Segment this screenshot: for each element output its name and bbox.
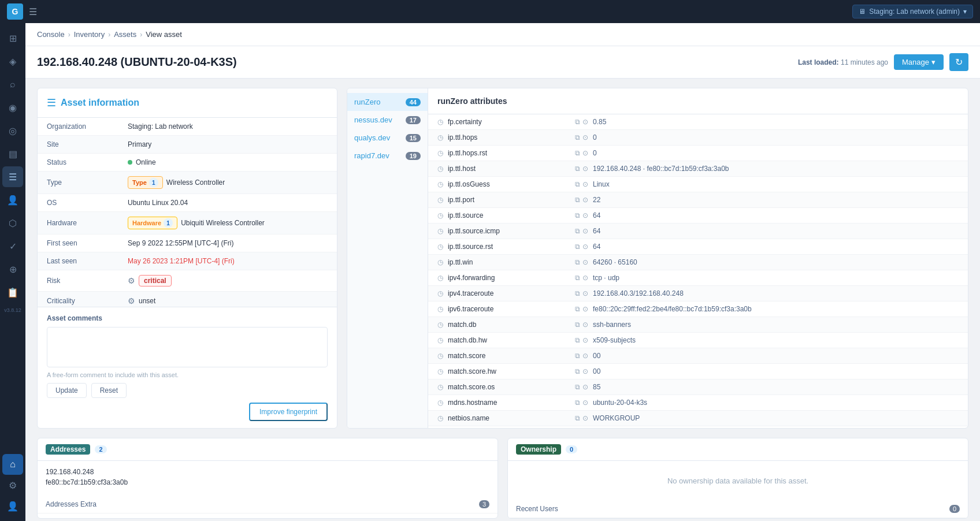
attr-value: 64: [593, 227, 600, 235]
attr-filter-icon[interactable]: ⊙: [582, 243, 588, 251]
attr-info-icon: ◷: [437, 180, 443, 188]
addresses-panel: Addresses 2 192.168.40.248 fe80::bc7d:1b…: [37, 438, 498, 519]
manage-button[interactable]: Manage ▾: [894, 54, 944, 70]
reset-button[interactable]: Reset: [91, 383, 127, 398]
update-button[interactable]: Update: [47, 383, 87, 398]
addresses-content: 192.168.40.248 fe80::bc7d:1b59:cf3a:3a0b: [38, 461, 498, 496]
label-organization: Organization: [47, 122, 128, 131]
attr-row: ◷ ip.ttl.osGuess ⧉ ⊙ Linux: [428, 177, 968, 192]
attr-copy-icon[interactable]: ⧉: [575, 258, 580, 266]
attr-copy-icon[interactable]: ⧉: [575, 399, 580, 407]
staging-badge[interactable]: 🖥 Staging: Lab network (admin) ▾: [852, 5, 973, 18]
attr-copy-icon[interactable]: ⧉: [575, 274, 580, 282]
attr-copy-icon[interactable]: ⧉: [575, 289, 580, 297]
attr-filter-icon[interactable]: ⊙: [582, 118, 588, 126]
breadcrumb-inventory[interactable]: Inventory: [74, 30, 105, 39]
source-tab-rapid7[interactable]: rapid7.dev 19: [347, 147, 428, 165]
attr-value: 85: [593, 383, 600, 391]
attr-actions: ⧉ ⊙: [575, 211, 588, 219]
attr-filter-icon[interactable]: ⊙: [582, 336, 588, 344]
comments-buttons: Update Reset: [47, 383, 328, 398]
attr-value: ssh-banners: [593, 321, 631, 329]
last-seen-link[interactable]: May 26 2023 1:21PM [UTC-4] (Fri): [128, 257, 235, 265]
attr-copy-icon[interactable]: ⧉: [575, 196, 580, 204]
attr-filter-icon[interactable]: ⊙: [582, 414, 588, 422]
attr-copy-icon[interactable]: ⧉: [575, 383, 580, 391]
sidebar-icon-targets[interactable]: ◎: [2, 120, 23, 141]
attr-filter-icon[interactable]: ⊙: [582, 211, 588, 219]
attr-copy-icon[interactable]: ⧉: [575, 118, 580, 126]
hardware-badge[interactable]: Hardware 1: [128, 217, 177, 229]
sidebar-icon-users[interactable]: 👤: [2, 189, 23, 210]
menu-icon[interactable]: ☰: [29, 6, 37, 17]
sidebar-icon-alerts[interactable]: ◉: [2, 97, 23, 118]
attr-filter-icon[interactable]: ⊙: [582, 258, 588, 266]
attr-filter-icon[interactable]: ⊙: [582, 399, 588, 407]
attr-filter-icon[interactable]: ⊙: [582, 165, 588, 173]
attr-info-icon: ◷: [437, 196, 443, 204]
sidebar-icon-agents[interactable]: ⬡: [2, 213, 23, 233]
sidebar-icon-search[interactable]: ⌕: [2, 74, 23, 95]
addresses-extra-count: 3: [479, 500, 489, 508]
address-item-1: 192.168.40.248: [46, 468, 489, 476]
attr-copy-icon[interactable]: ⧉: [575, 227, 580, 235]
attr-filter-icon[interactable]: ⊙: [582, 133, 588, 142]
staging-label: Staging: Lab network (admin): [869, 8, 960, 16]
attr-name: ip.ttl.host: [448, 165, 575, 173]
breadcrumb-console[interactable]: Console: [37, 30, 65, 39]
attr-copy-icon[interactable]: ⧉: [575, 321, 580, 329]
sidebar-icon-dashboard[interactable]: ⊞: [2, 28, 23, 49]
attr-filter-icon[interactable]: ⊙: [582, 180, 588, 188]
sidebar-icon-inventory[interactable]: ☰: [2, 166, 23, 187]
attr-filter-icon[interactable]: ⊙: [582, 196, 588, 204]
comments-textarea[interactable]: [47, 327, 328, 367]
sidebar-icon-log[interactable]: 📋: [2, 282, 23, 303]
source-tab-nessus[interactable]: nessus.dev 17: [347, 111, 428, 129]
attr-name: ip.ttl.source.icmp: [448, 227, 575, 235]
breadcrumb-assets[interactable]: Assets: [114, 30, 136, 39]
attr-filter-icon[interactable]: ⊙: [582, 274, 588, 282]
attr-filter-icon[interactable]: ⊙: [582, 383, 588, 391]
source-tab-nessus-count: 17: [406, 116, 421, 124]
source-tab-qualys-count: 15: [406, 134, 421, 142]
attr-filter-icon[interactable]: ⊙: [582, 149, 588, 157]
attr-copy-icon[interactable]: ⧉: [575, 243, 580, 251]
type-badge[interactable]: Type 1: [128, 176, 163, 189]
improve-fingerprint-button[interactable]: Improve fingerprint: [249, 403, 328, 421]
refresh-button[interactable]: ↻: [949, 53, 968, 71]
attr-copy-icon[interactable]: ⧉: [575, 180, 580, 188]
attr-copy-icon[interactable]: ⧉: [575, 133, 580, 142]
label-first-seen: First seen: [47, 239, 128, 247]
attr-copy-icon[interactable]: ⧉: [575, 414, 580, 422]
attr-copy-icon[interactable]: ⧉: [575, 165, 580, 173]
attr-value: 00: [593, 352, 600, 360]
attr-filter-icon[interactable]: ⊙: [582, 227, 588, 235]
source-tab-qualys[interactable]: qualys.dev 15: [347, 129, 428, 147]
attr-copy-icon[interactable]: ⧉: [575, 367, 580, 375]
attr-copy-icon[interactable]: ⧉: [575, 352, 580, 360]
value-os: Ubuntu Linux 20.04: [128, 199, 188, 207]
sidebar-icon-find[interactable]: ⊕: [2, 259, 23, 280]
sidebar-icon-network[interactable]: ◈: [2, 51, 23, 72]
sidebar-icon-home[interactable]: ⌂: [2, 454, 23, 475]
attr-copy-icon[interactable]: ⧉: [575, 336, 580, 344]
attr-copy-icon[interactable]: ⧉: [575, 211, 580, 219]
source-tab-runzero[interactable]: runZero 44: [347, 93, 428, 111]
sidebar-icon-tasks[interactable]: ✓: [2, 236, 23, 256]
attr-actions: ⧉ ⊙: [575, 133, 588, 142]
addresses-extra-label: Addresses Extra: [46, 500, 96, 508]
attr-filter-icon[interactable]: ⊙: [582, 367, 588, 375]
attr-filter-icon[interactable]: ⊙: [582, 352, 588, 360]
attr-copy-icon[interactable]: ⧉: [575, 305, 580, 313]
sidebar-icon-settings[interactable]: ⚙: [2, 475, 23, 496]
last-loaded-text: Last loaded:: [798, 58, 839, 66]
attr-filter-icon[interactable]: ⊙: [582, 305, 588, 313]
attr-copy-icon[interactable]: ⧉: [575, 149, 580, 157]
page-header: 192.168.40.248 (UBUNTU-20-04-K3S) Last l…: [25, 46, 980, 79]
breadcrumb-sep-3: ›: [140, 31, 142, 39]
sidebar-icon-reports[interactable]: ▤: [2, 143, 23, 164]
sidebar-icon-account[interactable]: 👤: [2, 496, 23, 516]
attr-filter-icon[interactable]: ⊙: [582, 321, 588, 329]
attr-filter-icon[interactable]: ⊙: [582, 289, 588, 297]
addresses-count: 2: [95, 445, 106, 453]
